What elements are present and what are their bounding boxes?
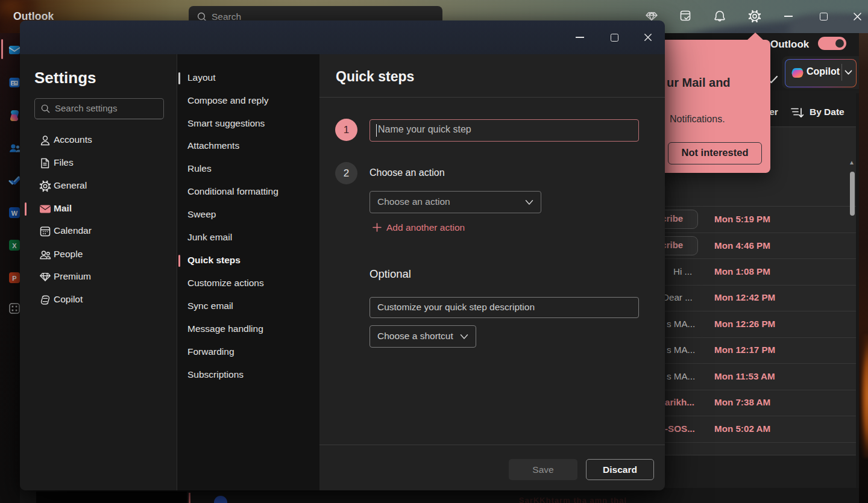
svg-text:W: W (11, 210, 18, 217)
svg-text:X: X (12, 242, 17, 249)
svg-text:P: P (12, 275, 16, 282)
